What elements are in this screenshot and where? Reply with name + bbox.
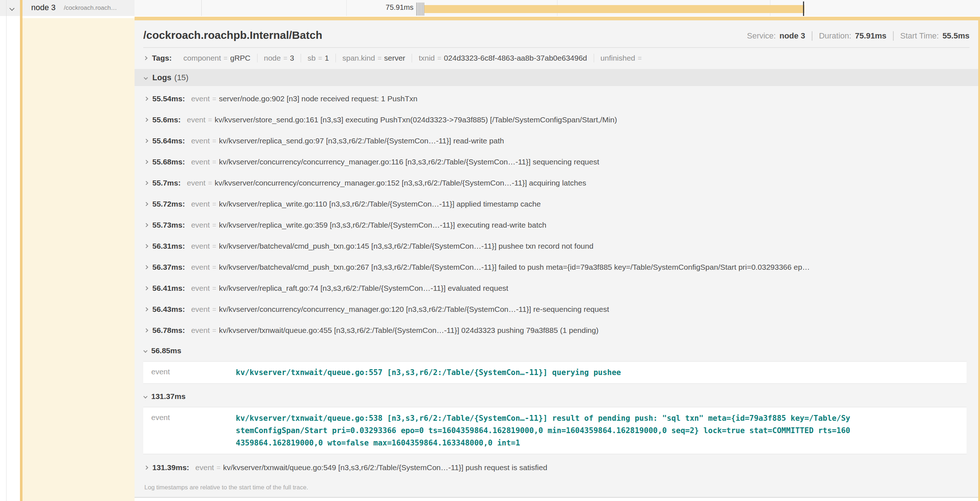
span-operation-name[interactable]: /cockroach.roach… [64, 4, 117, 12]
log-field-key: event [143, 366, 236, 379]
log-field-key: event [191, 326, 210, 335]
logs-section-header[interactable]: Logs (15) [135, 69, 978, 86]
log-field-value: kv/kvserver/concurrency/concurrency_mana… [215, 179, 586, 187]
span-row[interactable]: node 3 /cockroach.roach… 75.91ms [0, 0, 980, 18]
chevron-down-icon[interactable] [143, 394, 147, 398]
log-row-expanded-header[interactable]: 131.37ms [135, 387, 978, 406]
chevron-right-icon[interactable] [144, 181, 148, 185]
log-field-value: kv/kvserver/txnwait/queue.go:549 [n3,s3,… [223, 463, 547, 472]
chevron-right-icon[interactable] [144, 202, 148, 206]
chevron-right-icon[interactable] [144, 286, 148, 290]
log-row[interactable]: 56.78ms: event = kv/kvserver/txnwait/que… [135, 320, 978, 341]
chevron-right-icon[interactable] [144, 307, 148, 311]
log-timestamp: 55.64ms: [152, 137, 185, 145]
log-row[interactable]: 55.72ms: event = kv/kvserver/replica_wri… [135, 193, 978, 215]
log-row[interactable]: 131.39ms: event = kv/kvserver/txnwait/qu… [135, 457, 978, 478]
summary-label: Duration: [819, 31, 851, 41]
log-field-key: event [191, 242, 210, 250]
equals-sign: = [212, 242, 216, 250]
log-field-value: kv/kvserver/replica_send.go:97 [n3,s3,r6… [219, 137, 504, 145]
equals-sign: = [212, 221, 216, 229]
equals-sign: = [283, 54, 287, 62]
log-timestamp: 131.37ms [151, 392, 186, 401]
equals-sign: = [223, 54, 228, 62]
summary-label: Service: [747, 31, 775, 41]
equals-sign: = [438, 54, 441, 62]
log-row[interactable]: 56.37ms: event = kv/kvserver/batcheval/c… [135, 257, 978, 278]
log-marker-tick-end [803, 2, 804, 16]
tag-value: 024d3323-6c8f-4863-aa8b-37ab0e63496d [444, 54, 587, 62]
log-field-value: kv/kvserver/batcheval/cmd_push_txn.go:14… [219, 242, 593, 250]
chevron-right-icon[interactable] [143, 56, 147, 60]
log-row[interactable]: 56.41ms: event = kv/kvserver/replica_raf… [135, 278, 978, 299]
log-field-key: event [191, 284, 210, 293]
span-operation-title: /cockroach.roachpb.Internal/Batch [143, 29, 322, 41]
tag-item: sb=1 [301, 54, 336, 62]
log-row[interactable]: 55.73ms: event = kv/kvserver/replica_wri… [135, 215, 978, 236]
tags-section[interactable]: Tags: component=gRPCnode=3sb=1span.kind=… [135, 48, 978, 65]
span-service-name[interactable]: node 3 [31, 3, 56, 12]
trace-detail-screen: node 3 /cockroach.roach… 75.91ms /cockro… [0, 0, 980, 501]
log-detail-box: event kv/kvserver/txnwait/queue.go:557 [… [143, 361, 967, 384]
summary-value: node 3 [780, 31, 805, 41]
span-detail-panel: /cockroach.roachpb.Internal/Batch Servic… [135, 17, 980, 501]
equals-sign: = [212, 200, 216, 208]
log-row-expanded: 56.85ms event kv/kvserver/txnwait/queue.… [135, 341, 978, 384]
log-row-expanded-header[interactable]: 56.85ms [135, 341, 978, 361]
log-row[interactable]: 55.68ms: event = kv/kvserver/concurrency… [135, 152, 978, 172]
summary-label: Start Time: [900, 31, 939, 41]
log-row[interactable]: 55.54ms: event = server/node.go:902 [n3]… [135, 88, 978, 109]
log-field-key: event [191, 94, 210, 103]
equals-sign: = [208, 116, 212, 124]
span-duration-bar[interactable] [424, 5, 805, 13]
equals-sign: = [208, 179, 212, 187]
log-field-value: kv/kvserver/txnwait/queue.go:557 [n3,s3,… [236, 366, 852, 379]
log-row[interactable]: 55.6ms: event = kv/kvserver/store_send.g… [135, 109, 978, 130]
chevron-down-icon[interactable] [143, 348, 147, 353]
chevron-right-icon[interactable] [144, 97, 148, 101]
log-row[interactable]: 55.64ms: event = kv/kvserver/replica_sen… [135, 130, 978, 152]
log-marker-ticks [416, 3, 424, 16]
tag-item: unfinished= [594, 54, 651, 62]
log-field-key: event [191, 221, 210, 230]
timeline-gridline [346, 0, 347, 16]
log-timestamp: 55.68ms: [152, 158, 185, 166]
chevron-down-icon[interactable] [144, 75, 148, 80]
chevron-right-icon[interactable] [144, 139, 148, 143]
log-timestamp: 131.39ms: [152, 463, 189, 472]
log-field-value: kv/kvserver/batcheval/cmd_push_txn.go:26… [219, 263, 810, 271]
tags-section-label[interactable]: Tags: [152, 54, 172, 62]
equals-sign: = [212, 284, 216, 292]
logs-title: Logs [152, 73, 172, 82]
chevron-right-icon[interactable] [144, 118, 148, 121]
log-timestamp: 56.85ms [151, 346, 181, 355]
log-field-value: kv/kvserver/concurrency/concurrency_mana… [219, 158, 599, 166]
equals-sign: = [318, 54, 322, 62]
chevron-right-icon[interactable] [144, 160, 148, 164]
collapse-span-chevron-icon[interactable] [10, 5, 14, 12]
log-row[interactable]: 56.43ms: event = kv/kvserver/concurrency… [135, 299, 978, 320]
tag-key: txnid [418, 54, 434, 62]
chevron-right-icon[interactable] [144, 223, 148, 227]
log-field-key: event [191, 158, 210, 166]
tag-item: txnid=024d3323-6c8f-4863-aa8b-37ab0e6349… [412, 54, 593, 62]
logs-footer-note: Log timestamps are relative to the start… [135, 478, 978, 497]
chevron-right-icon[interactable] [144, 328, 148, 332]
chevron-right-icon[interactable] [144, 244, 148, 248]
log-timestamp: 55.6ms: [152, 115, 181, 124]
equals-sign: = [377, 54, 382, 62]
tag-key: sb [307, 54, 315, 62]
chevron-right-icon[interactable] [144, 466, 148, 469]
log-field-value: kv/kvserver/store_send.go:161 [n3,s3] ex… [215, 115, 617, 124]
chevron-right-icon[interactable] [144, 265, 148, 269]
log-row[interactable]: 56.31ms: event = kv/kvserver/batcheval/c… [135, 236, 978, 257]
log-field-key: event [191, 305, 210, 314]
tag-value: 3 [290, 54, 294, 62]
span-summary: Service:node 3 Duration:75.91ms Start Ti… [747, 31, 969, 41]
log-row[interactable]: 55.7ms: event = kv/kvserver/concurrency/… [135, 172, 978, 193]
name-column-divider [201, 0, 202, 16]
summary-separator [812, 31, 813, 41]
log-field-value: server/node.go:902 [n3] node received re… [219, 94, 417, 103]
log-field-value: kv/kvserver/txnwait/queue.go:538 [n3,s3,… [236, 412, 852, 449]
tag-key: component [183, 54, 221, 62]
